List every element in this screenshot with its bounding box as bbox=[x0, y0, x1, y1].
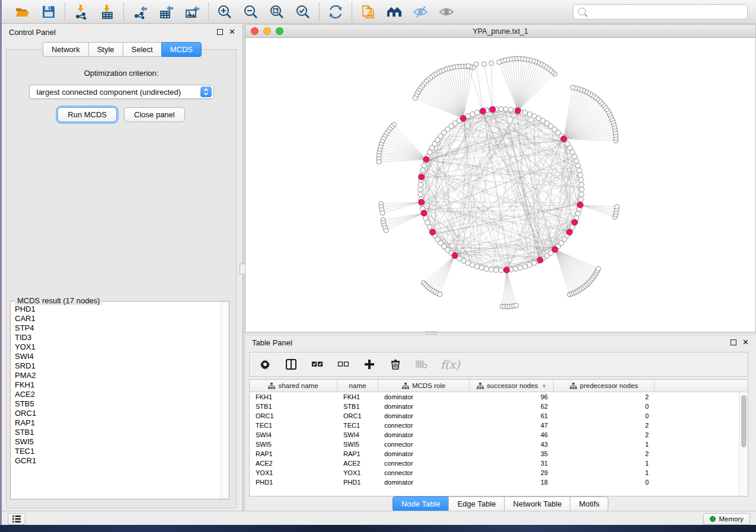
ring-node[interactable] bbox=[508, 107, 513, 112]
column-header-predecessor-nodes[interactable]: predecessor nodes bbox=[554, 380, 655, 392]
search-field[interactable] bbox=[573, 4, 748, 20]
run-mcds-button[interactable]: Run MCDS bbox=[58, 107, 117, 122]
result-node-item[interactable]: TEC1 bbox=[15, 447, 229, 456]
leaf-node[interactable] bbox=[380, 210, 385, 215]
table-row[interactable]: ACE2ACE2connector311 bbox=[250, 459, 739, 468]
network-window-titlebar[interactable]: YPA_prune.txt_1 bbox=[245, 25, 755, 38]
mcds-hub-node[interactable] bbox=[421, 210, 427, 216]
result-node-item[interactable]: CAR1 bbox=[15, 314, 229, 323]
result-node-item[interactable]: SWI4 bbox=[15, 352, 229, 361]
mcds-hub-node[interactable] bbox=[537, 257, 543, 263]
close-panel-icon[interactable]: ✕ bbox=[229, 29, 235, 35]
zoom-selected-icon[interactable] bbox=[294, 3, 312, 21]
show-column-icon[interactable] bbox=[284, 357, 298, 371]
tab-mcds[interactable]: MCDS bbox=[161, 42, 202, 57]
ring-node[interactable] bbox=[418, 187, 423, 192]
mcds-hub-node[interactable] bbox=[460, 116, 466, 121]
result-node-item[interactable]: RAP1 bbox=[15, 418, 229, 428]
select-all-icon[interactable] bbox=[310, 357, 324, 371]
ring-node[interactable] bbox=[489, 267, 493, 272]
mcds-hub-node[interactable] bbox=[578, 202, 583, 208]
ring-node[interactable] bbox=[474, 264, 479, 269]
ring-node[interactable] bbox=[574, 159, 579, 164]
ring-node[interactable] bbox=[577, 168, 582, 172]
ring-node[interactable] bbox=[503, 107, 508, 111]
export-table-icon[interactable] bbox=[157, 3, 175, 21]
mcds-hub-node[interactable] bbox=[430, 229, 436, 235]
import-network-icon[interactable] bbox=[72, 3, 90, 21]
table-row[interactable]: PHD1PHD1dominator180 bbox=[250, 477, 739, 487]
leaf-node[interactable] bbox=[596, 267, 601, 271]
result-node-item[interactable]: STB5 bbox=[15, 399, 229, 409]
unselect-all-icon[interactable] bbox=[336, 357, 350, 371]
tab-node-table[interactable]: Node Table bbox=[393, 496, 449, 511]
table-row[interactable]: YOX1YOX1connector291 bbox=[250, 468, 739, 477]
ring-node[interactable] bbox=[522, 110, 527, 115]
ring-node[interactable] bbox=[513, 267, 518, 271]
leaf-node[interactable] bbox=[489, 61, 494, 66]
mcds-hub-node[interactable] bbox=[490, 107, 496, 113]
ring-node[interactable] bbox=[579, 182, 584, 187]
network-canvas[interactable] bbox=[245, 38, 755, 332]
column-header-shared-name[interactable]: shared name bbox=[250, 380, 337, 392]
hide-selected-icon[interactable] bbox=[412, 3, 429, 21]
save-icon[interactable] bbox=[40, 3, 58, 21]
scrollbar-thumb[interactable] bbox=[741, 395, 747, 447]
table-row[interactable]: SWI4SWI4dominator462 bbox=[250, 430, 739, 440]
table-row[interactable]: STB1STB1dominator620 bbox=[250, 402, 739, 411]
zoom-in-icon[interactable] bbox=[216, 3, 234, 21]
duplicate-network-icon[interactable] bbox=[359, 3, 377, 21]
first-neighbors-icon[interactable] bbox=[385, 3, 403, 21]
mcds-hub-node[interactable] bbox=[515, 108, 521, 114]
table-row[interactable]: FKH1FKH1dominator962 bbox=[250, 392, 739, 402]
ring-node[interactable] bbox=[494, 268, 499, 273]
leaf-node[interactable] bbox=[614, 204, 619, 209]
tab-network-table[interactable]: Network Table bbox=[504, 496, 570, 511]
close-panel-icon[interactable]: ✕ bbox=[742, 339, 749, 345]
function-builder-icon[interactable]: f(x) bbox=[441, 358, 460, 371]
criterion-dropdown[interactable]: largest connected component (undirected) bbox=[29, 85, 214, 99]
delete-table-icon[interactable] bbox=[414, 357, 429, 371]
result-node-item[interactable]: STP4 bbox=[15, 323, 229, 333]
ring-node[interactable] bbox=[484, 267, 489, 271]
ring-node[interactable] bbox=[576, 163, 580, 168]
mcds-hub-node[interactable] bbox=[561, 136, 567, 142]
ring-node[interactable] bbox=[418, 182, 423, 187]
show-all-icon[interactable] bbox=[438, 3, 455, 21]
ring-node[interactable] bbox=[418, 192, 423, 197]
float-panel-icon[interactable] bbox=[217, 29, 223, 35]
leaf-node[interactable] bbox=[497, 60, 502, 65]
ring-node[interactable] bbox=[479, 265, 484, 270]
export-image-icon[interactable] bbox=[183, 3, 201, 21]
ring-node[interactable] bbox=[527, 112, 532, 117]
column-header-MCDS-role[interactable]: MCDS role bbox=[378, 380, 470, 392]
ring-node[interactable] bbox=[465, 261, 470, 265]
mcds-hub-node[interactable] bbox=[572, 219, 578, 225]
mcds-hub-node[interactable] bbox=[480, 108, 486, 114]
table-row[interactable]: SWI5SWI5connector431 bbox=[250, 440, 739, 449]
table-row[interactable]: ORC1ORC1dominator610 bbox=[250, 411, 739, 421]
mcds-result-list[interactable]: PHD1CAR1STP4TID3YOX1SWI4SRD1PMA2FKH1ACE2… bbox=[11, 302, 229, 499]
memory-button[interactable]: Memory bbox=[703, 513, 750, 525]
zoom-fit-icon[interactable] bbox=[268, 3, 286, 21]
leaf-node[interactable] bbox=[514, 303, 519, 308]
float-panel-icon[interactable] bbox=[731, 339, 736, 345]
ring-node[interactable] bbox=[522, 264, 527, 269]
open-file-icon[interactable] bbox=[14, 3, 31, 21]
import-table-icon[interactable] bbox=[98, 3, 116, 21]
ring-node[interactable] bbox=[499, 107, 503, 111]
result-node-item[interactable]: TID3 bbox=[15, 333, 229, 342]
leaf-node[interactable] bbox=[377, 159, 381, 164]
table-scrollbar[interactable] bbox=[739, 392, 748, 496]
result-node-item[interactable]: FKH1 bbox=[15, 380, 229, 390]
leaf-node[interactable] bbox=[466, 63, 471, 68]
result-node-item[interactable]: YOX1 bbox=[15, 342, 229, 352]
close-panel-button[interactable]: Close panel bbox=[124, 107, 185, 122]
table-row[interactable]: TEC1TEC1connector472 bbox=[250, 421, 739, 430]
result-node-item[interactable]: SWI5 bbox=[15, 437, 229, 447]
tab-network[interactable]: Network bbox=[43, 42, 88, 57]
ring-node[interactable] bbox=[579, 197, 583, 201]
tab-motifs[interactable]: Motifs bbox=[570, 496, 608, 511]
ring-node[interactable] bbox=[518, 265, 522, 270]
delete-column-icon[interactable] bbox=[388, 357, 403, 371]
